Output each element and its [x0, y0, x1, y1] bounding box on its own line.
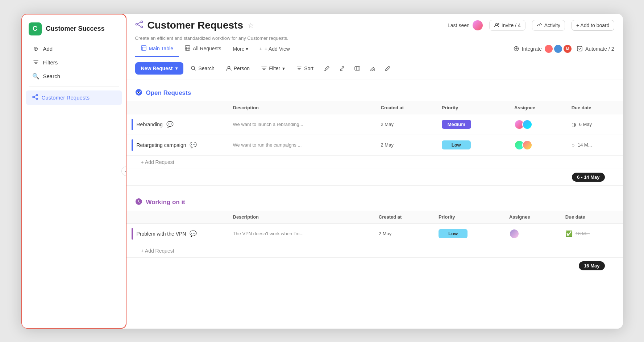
star-icon[interactable]: ☆: [248, 21, 254, 30]
svg-point-4: [136, 24, 137, 25]
priority-rebranding: Medium: [437, 114, 509, 135]
tab-more-label: More: [233, 46, 245, 52]
priority-badge-low: Low: [442, 140, 471, 149]
col-priority-open: Priority: [437, 101, 509, 114]
search-label: Search: [43, 73, 61, 79]
paint-bucket-button[interactable]: [366, 62, 379, 75]
tab-all-requests-label: All Requests: [193, 46, 221, 51]
table-row[interactable]: Retargeting campaign 💬 We want to run th…: [126, 135, 623, 155]
plus-icon: +: [259, 46, 262, 52]
assignees-rebranding: [509, 114, 566, 135]
assignees-retargeting: [509, 135, 566, 155]
sidebar-filters-button[interactable]: Filters: [29, 56, 119, 69]
open-requests-table: Description Created at Priority Assignee…: [126, 101, 623, 186]
group-open-requests: Open Requests Description Created at Pri…: [126, 84, 623, 186]
col-created-open: Created at: [376, 101, 437, 114]
open-group-icon: [135, 89, 142, 98]
sort-button[interactable]: Sort: [292, 63, 318, 74]
row-label-vpn: Problem with the VPN: [137, 231, 186, 237]
svg-point-1: [33, 96, 34, 98]
edit-button[interactable]: [382, 62, 394, 75]
sidebar-actions: ⊕ Add Filters 🔍 Search: [22, 42, 126, 83]
table-icon: [141, 45, 146, 52]
top-bar-actions: Last seen Invite / 4 Activity: [448, 20, 614, 31]
person-button[interactable]: Person: [222, 63, 254, 74]
due-rebranding: ◑ 6 May: [566, 114, 623, 135]
half-circle-icon: ◑: [572, 121, 576, 128]
col-due-open: Due date: [566, 101, 623, 114]
add-request-label-open: + Add Request: [141, 159, 174, 165]
new-request-button[interactable]: New Request ▾: [135, 62, 184, 75]
new-request-label: New Request: [141, 66, 173, 71]
last-seen-label: Last seen: [448, 22, 470, 28]
columns-button[interactable]: [351, 62, 363, 75]
search-label: Search: [198, 66, 214, 71]
page-subtitle: Create an efficient and standardized wor…: [126, 33, 623, 41]
assignee-avatar: [522, 140, 532, 150]
priority-retargeting: Low: [437, 135, 509, 155]
integration-icons: M: [545, 45, 572, 53]
priority-vpn: Low: [433, 223, 504, 244]
activity-button[interactable]: Activity: [532, 20, 565, 31]
sidebar-add-button[interactable]: ⊕ Add: [29, 42, 119, 55]
app-window: C Customer Success ⊕ Add Filters 🔍 Searc…: [21, 14, 623, 329]
search-button[interactable]: Search: [186, 63, 219, 74]
comment-icon[interactable]: 💬: [190, 142, 197, 148]
table-row[interactable]: Problem with the VPN 💬 The VPN doesn't w…: [126, 223, 623, 244]
integrate-button[interactable]: Integrate M: [514, 45, 572, 53]
add-request-label-working: + Add Request: [141, 248, 174, 254]
circle-icon: ○: [572, 142, 575, 148]
tab-main-table[interactable]: Main Table: [135, 41, 179, 57]
desc-rebranding: We want to launch a rebranding...: [228, 114, 376, 135]
assignee-avatar: [522, 119, 532, 130]
add-request-row-open[interactable]: + Add Request: [126, 155, 623, 169]
automate-button[interactable]: Automate / 2: [577, 46, 614, 52]
row-label-rebranding: Rebranding: [137, 122, 163, 127]
row-color-bar: [132, 228, 133, 240]
tabs-right: Integrate M Automate / 2: [514, 45, 614, 53]
row-color-bar: [132, 119, 133, 130]
add-view-label: + Add View: [265, 46, 290, 52]
pen-tool-button[interactable]: [321, 62, 333, 75]
created-retargeting: 2 May: [376, 135, 437, 155]
date-range-row-open: 6 - 14 May: [126, 169, 623, 185]
priority-badge-low-vpn: Low: [439, 229, 468, 238]
table-area: Open Requests Description Created at Pri…: [126, 80, 623, 329]
add-to-board-label: + Add to board: [576, 22, 609, 28]
group-open-title: Open Requests: [146, 89, 191, 97]
tab-all-requests[interactable]: All Requests: [179, 41, 227, 57]
chevron-down-icon: ▾: [175, 66, 178, 71]
svg-rect-13: [355, 67, 360, 70]
filter-button[interactable]: Filter ▾: [257, 63, 289, 74]
add-to-board-button[interactable]: + Add to board: [572, 20, 614, 31]
sidebar: C Customer Success ⊕ Add Filters 🔍 Searc…: [21, 14, 126, 329]
link-button[interactable]: [336, 62, 348, 75]
nav-customer-requests-label: Customer Requests: [42, 94, 90, 101]
col-priority-working: Priority: [433, 211, 504, 224]
invite-label: Invite / 4: [502, 22, 521, 28]
integration-icon-1: [545, 45, 553, 53]
add-request-row-working[interactable]: + Add Request: [126, 244, 623, 257]
group-working-on-it: Working on it Description Created at Pri…: [126, 193, 623, 274]
integrate-label: Integrate: [522, 46, 542, 52]
assignee-avatar: [509, 229, 519, 239]
search-icon: 🔍: [32, 73, 40, 80]
invite-button[interactable]: Invite / 4: [489, 20, 525, 31]
page-share-icon[interactable]: [135, 20, 143, 30]
automate-label: Automate / 2: [585, 46, 614, 52]
tab-more[interactable]: More ▾: [227, 42, 254, 56]
collapse-sidebar-button[interactable]: ‹: [121, 166, 126, 176]
add-view-button[interactable]: + + Add View: [254, 43, 295, 55]
created-rebranding: 2 May: [376, 114, 437, 135]
sidebar-search-button[interactable]: 🔍 Search: [29, 69, 119, 83]
comment-icon[interactable]: 💬: [190, 230, 197, 237]
sidebar-item-customer-requests[interactable]: Customer Requests: [26, 90, 122, 105]
svg-rect-8: [185, 46, 190, 50]
col-assignee-open: Assignee: [509, 101, 566, 114]
table-row[interactable]: Rebranding 💬 We want to launch a rebrand…: [126, 114, 623, 135]
svg-rect-7: [141, 46, 146, 50]
comment-icon[interactable]: 💬: [166, 121, 174, 128]
row-name-retargeting: Retargeting campaign 💬: [132, 139, 223, 151]
row-label-retargeting: Retargeting campaign: [137, 142, 186, 148]
add-label: Add: [43, 46, 53, 52]
